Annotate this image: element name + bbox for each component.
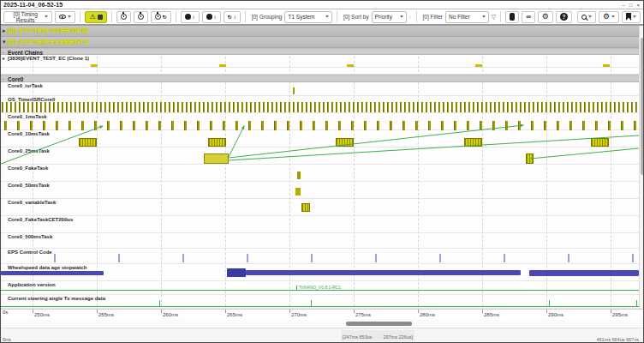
trace-mark[interactable] xyxy=(2,102,3,112)
trace-mark[interactable] xyxy=(492,121,495,130)
trace-mark[interactable] xyxy=(40,102,42,112)
stopwatch-bar[interactable] xyxy=(1,271,104,275)
trace-mark[interactable] xyxy=(284,102,286,112)
trace-mark[interactable] xyxy=(62,102,63,112)
trace-mark[interactable] xyxy=(212,102,213,112)
vertical-scrollbar-thumb[interactable] xyxy=(641,38,644,175)
trace-mark[interactable] xyxy=(139,102,140,112)
trace-mark[interactable] xyxy=(524,102,526,112)
close-button[interactable]: × xyxy=(636,3,640,8)
trace-mark[interactable] xyxy=(237,102,239,112)
trace-mark[interactable] xyxy=(374,102,376,112)
stopwatch-stop-button[interactable] xyxy=(134,11,148,23)
trace-mark[interactable] xyxy=(608,121,611,130)
trace-mark[interactable] xyxy=(220,102,222,112)
horizontal-scrollbar-thumb[interactable] xyxy=(346,322,412,326)
trace-mark[interactable] xyxy=(242,102,243,112)
trace-mark[interactable] xyxy=(184,121,187,130)
trace-mark[interactable] xyxy=(550,102,552,112)
row-core0-500mstask[interactable]: Core0_500msTask xyxy=(1,233,644,249)
row-eps-control-code[interactable]: EPS Control Code xyxy=(1,249,644,264)
expand-marker-icon[interactable]: ▾ xyxy=(3,39,6,45)
trace-mark[interactable] xyxy=(10,102,12,112)
trace-mark[interactable] xyxy=(375,254,377,262)
trace-mark[interactable] xyxy=(271,102,273,112)
trace-mark[interactable] xyxy=(109,102,110,112)
trace-mark[interactable] xyxy=(70,102,72,112)
trace-mark[interactable] xyxy=(408,102,410,112)
stopwatch-bar[interactable] xyxy=(246,270,521,275)
trace-mark[interactable] xyxy=(75,102,76,112)
trace-mark[interactable] xyxy=(340,102,342,112)
trace-mark[interactable] xyxy=(593,102,594,112)
trace-mark[interactable] xyxy=(443,102,444,112)
trace-mark[interactable] xyxy=(490,102,492,112)
trace-mark[interactable] xyxy=(518,121,521,130)
trace-mark[interactable] xyxy=(43,121,45,130)
trace-mark[interactable] xyxy=(546,102,547,112)
filter-select[interactable]: No Filter xyxy=(445,11,489,23)
trace-mark[interactable] xyxy=(248,121,251,130)
trace-mark[interactable] xyxy=(297,102,299,112)
trace-mark[interactable] xyxy=(289,102,290,112)
trace-mark[interactable] xyxy=(194,102,196,112)
trace-mark[interactable] xyxy=(130,102,132,112)
trace-mark[interactable] xyxy=(171,121,174,130)
expand-marker-icon[interactable]: - xyxy=(3,76,4,82)
row-core0-variabletask[interactable]: Core0_variableTask xyxy=(1,199,644,216)
sort-direction-icon[interactable]: ↕ xyxy=(409,15,412,20)
trace-mark[interactable] xyxy=(366,102,367,112)
trace-execution-block[interactable] xyxy=(591,138,609,147)
trace-mark[interactable] xyxy=(287,121,289,130)
trace-mark[interactable] xyxy=(456,102,457,112)
trace-mark[interactable] xyxy=(69,121,71,130)
trace-mark[interactable] xyxy=(254,102,256,112)
row-os-timerisrcore0[interactable]: OS_TimerISRCore0 xyxy=(1,96,644,113)
trace-mark[interactable] xyxy=(601,102,603,112)
trace-mark[interactable] xyxy=(347,64,354,67)
trace-mark[interactable] xyxy=(53,102,55,112)
trace-mark[interactable] xyxy=(627,102,629,112)
trace-mark[interactable] xyxy=(603,64,610,67)
row-system-elements[interactable]: ▾[0] SYSTEM ELEMENTS xyxy=(1,37,644,48)
trace-mark[interactable] xyxy=(400,102,402,112)
trace-mark[interactable] xyxy=(505,121,508,130)
trace-mark[interactable] xyxy=(595,121,598,130)
trace-mark[interactable] xyxy=(300,121,302,130)
trace-mark[interactable] xyxy=(404,102,406,112)
trace-mark[interactable] xyxy=(293,102,295,112)
trace-mark[interactable] xyxy=(247,254,248,262)
trace-mark[interactable] xyxy=(618,102,620,112)
trace-mark[interactable] xyxy=(158,121,161,130)
trace-mark[interactable] xyxy=(541,102,543,112)
sortby-select[interactable]: Priority xyxy=(372,11,407,23)
trace-mark[interactable] xyxy=(387,102,389,112)
trace-mark[interactable] xyxy=(143,102,145,112)
trace-mark[interactable] xyxy=(83,102,85,112)
trace-mark[interactable] xyxy=(580,102,581,112)
trace-mark[interactable] xyxy=(56,121,58,130)
trace-mark[interactable] xyxy=(338,121,341,130)
row-core0-10mstask[interactable]: Core0_10msTask xyxy=(1,130,644,147)
trace-mark[interactable] xyxy=(430,102,432,112)
trace-mark[interactable] xyxy=(351,121,354,130)
expand-marker-icon[interactable]: ▸ xyxy=(3,27,6,33)
trace-mark[interactable] xyxy=(297,172,301,179)
trace-mark[interactable] xyxy=(293,87,295,94)
row-event-test-ec[interactable]: ▸[3836]EVENT_TEST_EC (Clone 1) xyxy=(1,55,644,68)
trace-mark[interactable] xyxy=(319,102,320,112)
link-button[interactable]: ∞ xyxy=(522,11,535,23)
trace-mark[interactable] xyxy=(276,102,277,112)
trace-mark[interactable] xyxy=(301,102,303,112)
trace-mark[interactable] xyxy=(357,102,359,112)
trace-mark[interactable] xyxy=(438,102,440,112)
trace-mark[interactable] xyxy=(57,102,59,112)
trace-mark[interactable] xyxy=(391,102,393,112)
view-settings-button[interactable]: ⚙ xyxy=(599,11,619,23)
trace-mark[interactable] xyxy=(169,102,170,112)
trace-mark[interactable] xyxy=(563,102,564,112)
trace-mark[interactable] xyxy=(261,121,264,130)
trace-mark[interactable] xyxy=(311,254,313,262)
trace-mark[interactable] xyxy=(349,102,350,112)
trace-mark[interactable] xyxy=(296,286,297,291)
